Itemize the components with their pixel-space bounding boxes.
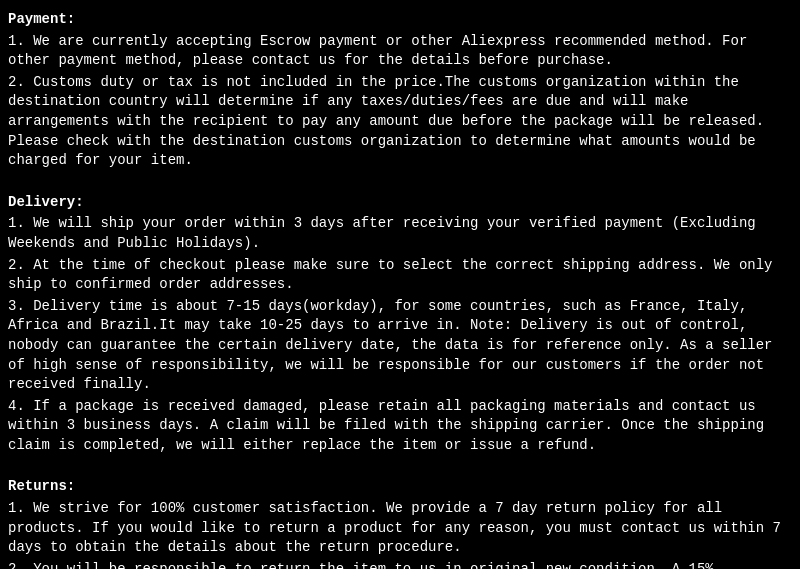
section-payment-item-1: 1. We are currently accepting Escrow pay… [8,32,792,71]
section-delivery-item-2: 2. At the time of checkout please make s… [8,256,792,295]
section-returns-item-2: 2. You will be responsible to return the… [8,560,792,569]
section-delivery-item-4: 4. If a package is received damaged, ple… [8,397,792,456]
page-content: Payment:1. We are currently accepting Es… [8,10,792,569]
section-header-delivery: Delivery: [8,193,792,213]
section-delivery-item-1: 1. We will ship your order within 3 days… [8,214,792,253]
section-delivery-item-3: 3. Delivery time is about 7-15 days(work… [8,297,792,395]
section-header-payment: Payment: [8,10,792,30]
section-payment-item-2: 2. Customs duty or tax is not included i… [8,73,792,171]
section-header-returns: Returns: [8,477,792,497]
section-returns-item-1: 1. We strive for 100% customer satisfact… [8,499,792,558]
